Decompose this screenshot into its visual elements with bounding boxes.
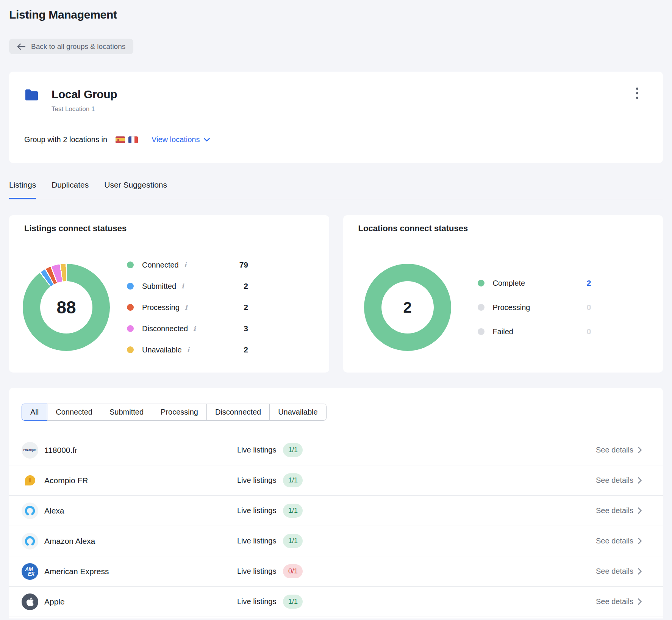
france-flag-icon [128, 136, 138, 143]
view-locations-link[interactable]: View locations [152, 135, 209, 144]
table-row-amazon-alexa[interactable]: Amazon Alexa Live listings 1/1 See detai… [9, 526, 663, 556]
legend-item-failed: Failed0 [478, 319, 591, 344]
alexa-logo-icon [22, 533, 38, 550]
pratique-logo-icon: PRATIQUE [22, 442, 38, 459]
legend-label: Complete [493, 279, 525, 288]
legend-dot [478, 328, 484, 335]
chevron-right-icon [638, 477, 642, 484]
see-details-label: See details [596, 506, 633, 515]
table-row-118000-fr[interactable]: PRATIQUE 118000.fr Live listings 1/1 See… [9, 435, 663, 465]
tab-duplicates[interactable]: Duplicates [52, 180, 89, 199]
arrow-left-icon [17, 44, 25, 50]
filter-disconnected[interactable]: Disconnected [206, 404, 270, 421]
chevron-right-icon [638, 598, 642, 605]
live-listings-badge: 0/1 [283, 564, 303, 578]
listing-name: Acompio FR [44, 476, 88, 485]
legend-dot [127, 304, 134, 311]
tab-user-suggestions[interactable]: User Suggestions [104, 180, 167, 199]
group-header: Local Group Test Location 1 [25, 88, 647, 113]
chevron-right-icon [638, 538, 642, 544]
see-details-link[interactable]: See details [596, 597, 642, 606]
group-locations-text: Group with 2 locations in [24, 135, 107, 144]
back-button-label: Back to all groups & locations [31, 42, 125, 51]
listings-connect-statuses-card: Listings connect statuses 88 Connectedi7… [9, 215, 329, 373]
live-listings-badge: 1/1 [283, 473, 303, 487]
donut-total: 2 [364, 264, 451, 351]
filter-all[interactable]: All [22, 404, 47, 421]
live-listings-label: Live listings [237, 567, 276, 576]
alexa-logo-icon [22, 503, 38, 519]
status-card-title: Listings connect statuses [9, 215, 329, 242]
see-details-label: See details [596, 446, 633, 454]
info-icon[interactable]: i [187, 347, 189, 353]
legend-value: 0 [587, 327, 591, 336]
table-row-apple[interactable]: Apple Live listings 1/1 See details [9, 587, 663, 617]
legend-label: Unavailable [142, 346, 182, 354]
see-details-link[interactable]: See details [596, 537, 642, 545]
group-subtitle: Test Location 1 [52, 105, 117, 113]
filter-submitted[interactable]: Submitted [101, 404, 152, 421]
info-icon[interactable]: i [185, 304, 187, 311]
donut-legend: Complete2Processing0Failed0 [478, 271, 591, 344]
legend-label: Disconnected [142, 324, 188, 333]
see-details-label: See details [596, 567, 633, 576]
legend-label: Connected [142, 261, 179, 269]
filter-connected[interactable]: Connected [47, 404, 101, 421]
filter-processing[interactable]: Processing [152, 404, 207, 421]
view-locations-label: View locations [152, 135, 200, 144]
see-details-label: See details [596, 597, 633, 606]
legend-dot [478, 280, 484, 287]
live-listings-badge: 1/1 [283, 595, 303, 609]
group-card: Local Group Test Location 1 Group with 2… [9, 72, 663, 163]
live-listings-label: Live listings [237, 476, 276, 485]
listing-management-page: Listing Management Back to all groups & … [0, 0, 672, 618]
see-details-link[interactable]: See details [596, 506, 642, 515]
kebab-menu-icon[interactable] [632, 87, 642, 100]
back-button[interactable]: Back to all groups & locations [9, 39, 133, 54]
legend-value: 2 [244, 345, 248, 354]
legend-value: 3 [244, 324, 248, 333]
spain-flag-icon [116, 136, 125, 143]
table-row-acompio-fr[interactable]: Acompio FR Live listings 1/1 See details [9, 465, 663, 496]
filter-unavailable[interactable]: Unavailable [269, 404, 327, 421]
listing-name: 118000.fr [44, 446, 77, 455]
status-card-title: Locations connect statuses [343, 215, 663, 242]
chevron-right-icon [638, 447, 642, 453]
legend-label: Submitted [142, 282, 176, 291]
see-details-link[interactable]: See details [596, 476, 642, 485]
legend-label: Processing [142, 303, 180, 312]
legend-dot [127, 325, 134, 332]
locations-connect-statuses-card: Locations connect statuses 2 Complete2Pr… [343, 215, 663, 373]
group-title: Local Group [52, 88, 117, 101]
info-icon[interactable]: i [181, 283, 184, 290]
table-row-american-express[interactable]: AMEX American Express Live listings 0/1 … [9, 556, 663, 587]
legend-dot [127, 346, 134, 353]
see-details-link[interactable]: See details [596, 567, 642, 576]
live-listings-label: Live listings [237, 537, 276, 545]
group-locations-line: Group with 2 locations in View locations [24, 135, 210, 144]
live-listings-label: Live listings [237, 597, 276, 606]
info-icon[interactable]: i [193, 326, 195, 332]
listings-rows: PRATIQUE 118000.fr Live listings 1/1 See… [9, 435, 663, 617]
donut-total: 88 [23, 264, 110, 351]
table-row-alexa[interactable]: Alexa Live listings 1/1 See details [9, 496, 663, 526]
legend-dot [127, 261, 134, 268]
listing-name: Apple [44, 597, 65, 606]
status-filters: AllConnectedSubmittedProcessingDisconnec… [22, 404, 327, 421]
legend-item-disconnected: Disconnectedi3 [127, 318, 248, 339]
info-icon[interactable]: i [184, 262, 186, 268]
live-listings-label: Live listings [237, 506, 276, 515]
chevron-down-icon [204, 138, 210, 142]
amex-logo-icon: AMEX [22, 563, 38, 580]
legend-dot [127, 283, 134, 290]
legend-value: 2 [587, 279, 591, 288]
legend-item-complete: Complete2 [478, 271, 591, 295]
live-listings-badge: 1/1 [283, 534, 303, 548]
live-listings-badge: 1/1 [283, 504, 303, 518]
folder-icon [25, 91, 38, 100]
legend-dot [478, 304, 484, 311]
see-details-link[interactable]: See details [596, 446, 642, 454]
listing-name: Alexa [44, 506, 64, 515]
listing-name: Amazon Alexa [44, 537, 95, 546]
tab-listings[interactable]: Listings [9, 180, 36, 199]
